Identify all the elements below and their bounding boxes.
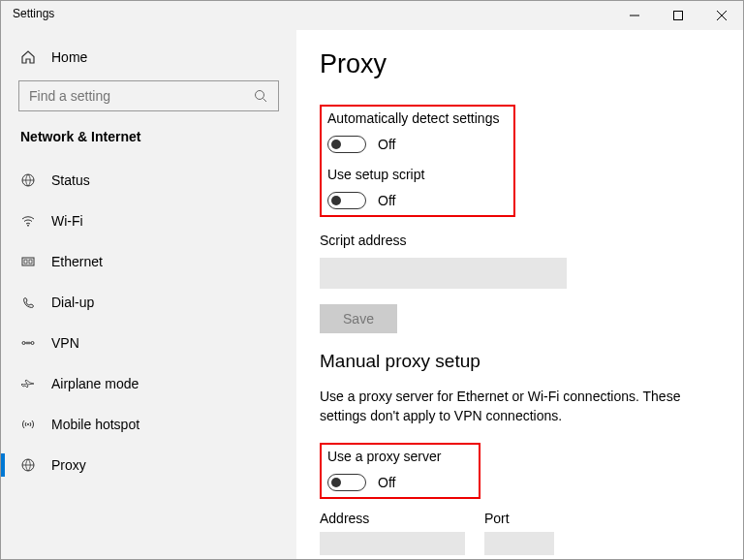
dialup-icon bbox=[20, 295, 36, 310]
svg-point-11 bbox=[22, 342, 25, 345]
svg-point-7 bbox=[27, 225, 29, 227]
sidebar-item-label: Ethernet bbox=[51, 254, 103, 269]
sidebar-item-label: VPN bbox=[51, 335, 79, 351]
home-nav[interactable]: Home bbox=[1, 40, 296, 75]
home-label: Home bbox=[51, 49, 87, 65]
sidebar-item-status[interactable]: Status bbox=[1, 160, 296, 201]
maximize-button[interactable] bbox=[656, 1, 699, 30]
sidebar-item-label: Mobile hotspot bbox=[51, 417, 140, 432]
search-input-wrap[interactable] bbox=[18, 80, 279, 111]
address-label: Address bbox=[320, 511, 465, 526]
setup-script-toggle[interactable] bbox=[327, 192, 366, 209]
use-proxy-state: Off bbox=[378, 475, 395, 490]
titlebar: Settings bbox=[1, 1, 743, 30]
address-input[interactable] bbox=[320, 532, 465, 555]
sidebar-item-label: Wi-Fi bbox=[51, 213, 83, 229]
sidebar: Home Network & Internet Status Wi-Fi bbox=[1, 30, 296, 559]
manual-heading: Manual proxy setup bbox=[320, 351, 720, 372]
minimize-button[interactable] bbox=[612, 1, 656, 30]
sidebar-item-label: Status bbox=[51, 172, 90, 188]
svg-rect-10 bbox=[29, 260, 32, 264]
sidebar-item-wifi[interactable]: Wi-Fi bbox=[1, 201, 296, 241]
use-proxy-toggle[interactable] bbox=[327, 474, 366, 491]
svg-rect-9 bbox=[24, 260, 27, 264]
close-button[interactable] bbox=[699, 1, 743, 30]
manual-desc: Use a proxy server for Ethernet or Wi-Fi… bbox=[320, 388, 720, 425]
script-address-input[interactable] bbox=[320, 258, 567, 289]
port-input[interactable] bbox=[484, 532, 554, 555]
sidebar-item-proxy[interactable]: Proxy bbox=[1, 445, 296, 485]
minimize-icon bbox=[630, 11, 639, 20]
category-heading: Network & Internet bbox=[1, 123, 296, 160]
close-icon bbox=[717, 11, 727, 20]
sidebar-item-hotspot[interactable]: Mobile hotspot bbox=[1, 404, 296, 445]
window-controls bbox=[612, 1, 743, 30]
setup-script-state: Off bbox=[378, 193, 395, 208]
search-icon bbox=[253, 88, 268, 104]
vpn-icon bbox=[20, 335, 36, 351]
page-title: Proxy bbox=[320, 49, 720, 79]
script-address-label: Script address bbox=[320, 233, 720, 248]
maximize-icon bbox=[673, 11, 683, 20]
auto-detect-toggle[interactable] bbox=[327, 136, 366, 153]
airplane-icon bbox=[20, 376, 36, 391]
status-icon bbox=[20, 172, 36, 188]
setup-script-label: Use setup script bbox=[327, 167, 508, 182]
sidebar-item-airplane[interactable]: Airplane mode bbox=[1, 363, 296, 404]
hotspot-icon bbox=[20, 417, 36, 432]
port-label: Port bbox=[484, 511, 554, 526]
ethernet-icon bbox=[20, 254, 36, 269]
content-pane: Proxy Automatically detect settings Off … bbox=[296, 30, 743, 559]
auto-detect-state: Off bbox=[378, 137, 395, 152]
sidebar-item-label: Dial-up bbox=[51, 295, 94, 310]
sidebar-item-label: Airplane mode bbox=[51, 376, 139, 391]
sidebar-item-vpn[interactable]: VPN bbox=[1, 323, 296, 363]
save-button[interactable]: Save bbox=[320, 304, 397, 333]
highlight-box-auto: Automatically detect settings Off Use se… bbox=[320, 105, 515, 217]
svg-point-12 bbox=[31, 342, 34, 345]
svg-point-16 bbox=[27, 423, 29, 425]
use-proxy-label: Use a proxy server bbox=[327, 449, 473, 464]
svg-rect-1 bbox=[673, 12, 682, 20]
sidebar-item-label: Proxy bbox=[51, 457, 86, 473]
home-icon bbox=[20, 49, 36, 65]
svg-line-5 bbox=[264, 99, 267, 103]
auto-detect-label: Automatically detect settings bbox=[327, 110, 508, 126]
highlight-box-manual: Use a proxy server Off bbox=[320, 443, 480, 499]
sidebar-item-dialup[interactable]: Dial-up bbox=[1, 282, 296, 323]
wifi-icon bbox=[20, 213, 36, 229]
search-input[interactable] bbox=[29, 88, 253, 104]
proxy-icon bbox=[20, 457, 36, 473]
window-title: Settings bbox=[1, 1, 612, 20]
svg-point-4 bbox=[256, 91, 264, 100]
sidebar-item-ethernet[interactable]: Ethernet bbox=[1, 241, 296, 282]
